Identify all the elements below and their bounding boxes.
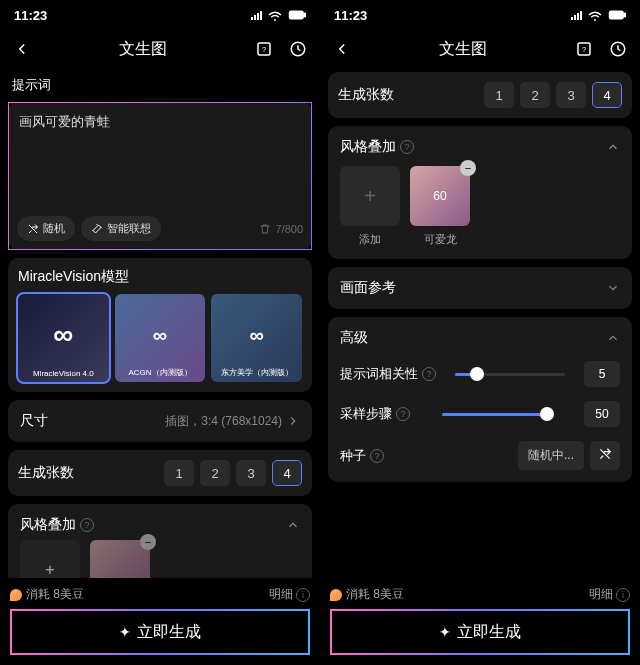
remove-icon[interactable]: −: [140, 534, 156, 550]
count-option[interactable]: 4: [592, 82, 622, 108]
status-time: 11:23: [14, 8, 47, 23]
size-label: 尺寸: [20, 412, 48, 430]
page-title: 文生图: [354, 39, 572, 60]
relevance-slider-row: 提示词相关性? 5: [340, 361, 620, 387]
shuffle-icon: [27, 223, 39, 235]
wifi-icon: [266, 6, 284, 24]
size-row[interactable]: 尺寸 插图，3:4 (768x1024): [8, 400, 312, 442]
count-option[interactable]: 1: [484, 82, 514, 108]
shuffle-icon: [598, 447, 612, 461]
help-card-icon[interactable]: ?: [572, 37, 596, 61]
svg-text:?: ?: [262, 45, 266, 54]
battery-icon: [288, 6, 306, 24]
header: 文生图 ?: [0, 30, 320, 68]
relevance-slider[interactable]: [455, 373, 565, 376]
count-option[interactable]: 2: [520, 82, 550, 108]
count-option[interactable]: 2: [200, 460, 230, 486]
seed-shuffle-button[interactable]: [590, 441, 620, 470]
chevron-right-icon: [286, 414, 300, 428]
seed-random-button[interactable]: 随机中...: [518, 441, 584, 470]
chevron-down-icon: [606, 281, 620, 295]
trash-icon: [259, 223, 271, 235]
bean-icon: [330, 589, 342, 601]
svg-rect-0: [290, 11, 304, 19]
prompt-text: 画风可爱的青蛙: [19, 113, 301, 131]
sparkle-icon: ✦: [439, 624, 451, 640]
chevron-up-icon[interactable]: [606, 140, 620, 154]
seed-row: 种子? 随机中...: [340, 441, 620, 470]
info-icon: i: [296, 588, 310, 602]
count-section: 生成张数 1 2 3 4: [8, 450, 312, 496]
char-counter: 7/800: [259, 223, 303, 235]
count-option[interactable]: 4: [272, 460, 302, 486]
status-icons: [251, 6, 306, 24]
status-bar: 11:23: [320, 0, 640, 30]
signal-icon: [571, 10, 582, 20]
info-icon: i: [616, 588, 630, 602]
history-icon[interactable]: [286, 37, 310, 61]
help-icon[interactable]: ?: [396, 407, 410, 421]
header: 文生图 ?: [320, 30, 640, 68]
status-icons: [571, 6, 626, 24]
bean-icon: [10, 589, 22, 601]
remove-icon[interactable]: −: [460, 160, 476, 176]
cost-display: 消耗 8美豆: [10, 586, 84, 603]
model-title: MiracleVision模型: [18, 268, 302, 286]
cost-display: 消耗 8美豆: [330, 586, 404, 603]
advanced-section: 高级 提示词相关性? 5 采样步骤? 50 种子? 随机中...: [328, 317, 632, 482]
style-preset[interactable]: −: [90, 540, 150, 578]
model-option[interactable]: ∞东方美学（内测版）: [211, 294, 302, 382]
generate-button[interactable]: ✦立即生成: [10, 609, 310, 655]
count-option[interactable]: 3: [236, 460, 266, 486]
style-overlay-section: 风格叠加? + 添加 60 − 可爱龙: [328, 126, 632, 259]
prompt-label: 提示词: [8, 68, 312, 102]
steps-slider-row: 采样步骤? 50: [340, 401, 620, 427]
smart-suggest-button[interactable]: 智能联想: [81, 216, 161, 241]
status-bar: 11:23: [0, 0, 320, 30]
model-option[interactable]: ∞MiracleVision 4.0: [18, 294, 109, 382]
steps-slider[interactable]: [442, 413, 552, 416]
back-button[interactable]: [10, 37, 34, 61]
back-button[interactable]: [330, 37, 354, 61]
help-icon[interactable]: ?: [80, 518, 94, 532]
count-option[interactable]: 3: [556, 82, 586, 108]
style-preset[interactable]: 60 −: [410, 166, 470, 226]
chevron-up-icon[interactable]: [286, 518, 300, 532]
model-section: MiracleVision模型 ∞MiracleVision 4.0 ∞ACGN…: [8, 258, 312, 392]
relevance-value: 5: [584, 361, 620, 387]
count-section: 生成张数 1 2 3 4: [328, 72, 632, 118]
help-icon[interactable]: ?: [400, 140, 414, 154]
style-overlay-section: 风格叠加? + −: [8, 504, 312, 578]
svg-rect-6: [624, 14, 626, 17]
svg-rect-1: [304, 14, 306, 17]
count-label: 生成张数: [18, 464, 74, 482]
generate-button[interactable]: ✦立即生成: [330, 609, 630, 655]
svg-rect-5: [610, 11, 624, 19]
page-title: 文生图: [34, 39, 252, 60]
help-icon[interactable]: ?: [422, 367, 436, 381]
help-icon[interactable]: ?: [370, 449, 384, 463]
style-add-button[interactable]: +: [340, 166, 400, 226]
wifi-icon: [586, 6, 604, 24]
style-add-button[interactable]: +: [20, 540, 80, 578]
history-icon[interactable]: [606, 37, 630, 61]
signal-icon: [251, 10, 262, 20]
battery-icon: [608, 6, 626, 24]
count-label: 生成张数: [338, 86, 394, 104]
detail-link[interactable]: 明细i: [589, 586, 630, 603]
steps-value: 50: [584, 401, 620, 427]
model-option[interactable]: ∞ACGN（内测版）: [115, 294, 206, 382]
detail-link[interactable]: 明细i: [269, 586, 310, 603]
chevron-up-icon[interactable]: [606, 331, 620, 345]
count-option[interactable]: 1: [164, 460, 194, 486]
status-time: 11:23: [334, 8, 367, 23]
random-button[interactable]: 随机: [17, 216, 75, 241]
reference-row[interactable]: 画面参考: [328, 267, 632, 309]
svg-text:?: ?: [582, 45, 586, 54]
sparkle-icon: ✦: [119, 624, 131, 640]
prompt-input-box[interactable]: 画风可爱的青蛙 随机 智能联想 7/800: [8, 102, 312, 250]
wand-icon: [91, 223, 103, 235]
help-card-icon[interactable]: ?: [252, 37, 276, 61]
